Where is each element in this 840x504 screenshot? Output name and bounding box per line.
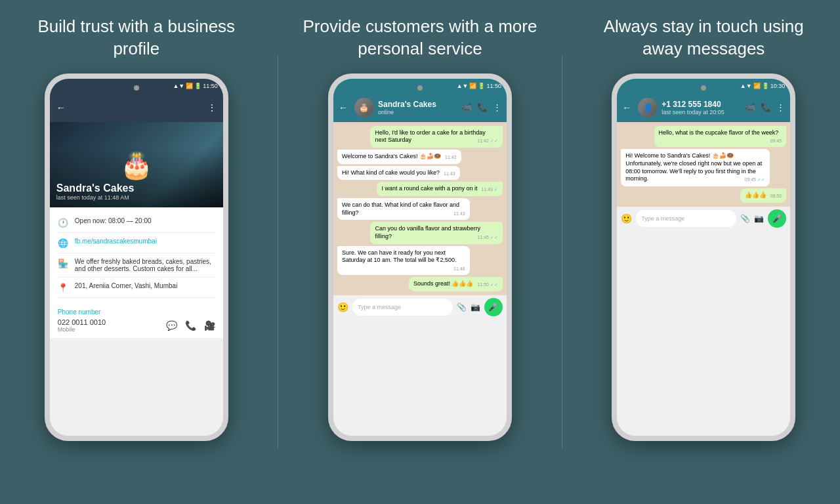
signal-icon-3: ▲▼	[740, 83, 752, 89]
divider-2	[562, 55, 562, 449]
phone-label: Phone number	[58, 308, 215, 316]
back-icon-2[interactable]: ←	[339, 102, 348, 113]
message-action-icon[interactable]: 💬	[166, 320, 177, 331]
call-action-icon[interactable]: 📞	[185, 320, 196, 331]
website-link[interactable]: fb.me/sandrascakesmumbai	[75, 238, 157, 245]
chat-header-3: ← 👤 +1 312 555 1840 last seen today at 2…	[617, 93, 790, 122]
more-icon-2[interactable]: ⋮	[493, 102, 501, 112]
business-name: Sandra's Cakes	[56, 182, 135, 194]
chat-header-2: ← 🎂 Sandra's Cakes online 📹 📞 ⋮	[333, 93, 507, 122]
mic-button-3[interactable]: 🎤	[768, 209, 786, 228]
msg-text-2-3: I want a round cake with a pony on it	[381, 185, 477, 192]
time-1: 11:50	[203, 83, 218, 89]
camera-icon-2[interactable]: 📷	[471, 303, 480, 312]
msg-text-2-7: Sounds great! 👍👍👍	[413, 280, 474, 287]
msg-2-1: Welcome to Sandra's Cakes! 🎂🍰🍩 11:42	[337, 150, 461, 164]
emoji-icon-3[interactable]: 🙂	[621, 213, 632, 224]
battery-icon-2: 🔋	[478, 83, 485, 89]
status-bar-3: ▲▼ 📶 🔋 10:30	[617, 79, 790, 93]
msg-time-2-2: 11:43	[444, 171, 455, 177]
chat-info-2: Sandra's Cakes online	[378, 100, 457, 116]
wifi-icon: 📶	[186, 83, 193, 89]
last-seen-text: last seen today at 11:48 AM	[56, 194, 135, 201]
msg-time-2-4: 11:43	[453, 211, 465, 217]
signal-icon-2: ▲▼	[457, 83, 469, 89]
video-call-icon-3[interactable]: 📹	[745, 102, 755, 112]
camera-icon-3[interactable]: 📷	[754, 214, 764, 223]
chat-messages-2: Hello, I'd like to order a cake for a bi…	[333, 122, 507, 295]
wifi-icon-2: 📶	[469, 83, 476, 89]
emoji-icon-2[interactable]: 🙂	[337, 302, 348, 312]
battery-icon-3: 🔋	[762, 83, 769, 89]
profile-info-section: 🕐 Open now: 08:00 — 20:00 🌐 fb.me/sandra…	[50, 207, 223, 303]
location-icon: 📍	[58, 283, 68, 293]
msg-3-2: 👍👍👍 09:50	[740, 188, 787, 203]
voice-call-icon-3[interactable]: 📞	[761, 102, 771, 112]
phone-type: Mobile	[58, 326, 106, 333]
back-icon-3[interactable]: ←	[622, 102, 631, 113]
chat-input-bar-2: 🙂 Type a message 📎 📷 🎤	[333, 295, 507, 319]
check-2-5: ✓✓	[490, 235, 498, 240]
divider-1	[278, 55, 278, 449]
time-3: 10:30	[770, 83, 786, 89]
status-icons-2: ▲▼ 📶 🔋 11:50	[457, 83, 501, 89]
chat-info-3: +1 312 555 1840 last seen today at 20:05	[662, 100, 741, 116]
chat-avatar-3: 👤	[638, 98, 658, 117]
voice-call-icon-2[interactable]: 📞	[477, 102, 488, 112]
msg-text-2-6: Sure. We can have it ready for you next …	[342, 249, 456, 264]
panel2-title: Provide customers with a more personal s…	[289, 16, 551, 60]
msg-time-2-1: 11:42	[445, 154, 457, 160]
chat-name-3: +1 312 555 1840	[662, 100, 741, 109]
chat-status-3: last seen today at 20:05	[662, 109, 741, 116]
mic-icon-3: 🎤	[772, 214, 782, 223]
description-text: We offer freshly baked breads, cakes, pa…	[75, 258, 215, 272]
video-action-icon[interactable]: 🎥	[204, 320, 215, 331]
panel-personal-service: Provide customers with a more personal s…	[289, 0, 551, 504]
business-name-overlay: Sandra's Cakes last seen today at 11:48 …	[56, 182, 135, 201]
phone2: ▲▼ 📶 🔋 11:50 ← 🎂 Sandra's Cakes online 📹…	[328, 74, 512, 441]
mic-icon-2: 🎤	[488, 303, 498, 312]
msg-text-2-5: Can you do vanilla flavor and strawberry…	[375, 225, 480, 240]
phone3: ▲▼ 📶 🔋 10:30 ← 👤 +1 312 555 1840 last se…	[612, 74, 795, 441]
avatar-img-3: 👤	[638, 98, 658, 117]
address-text: 201, Areniia Corner, Vashi, Mumbai	[75, 282, 178, 289]
message-input-3[interactable]: Type a message	[636, 210, 736, 227]
msg-text-2-4: We can do that. What kind of cake flavor…	[342, 201, 459, 216]
phone-details: 022 0011 0010 Mobile	[58, 318, 106, 333]
panel-away-messages: Always stay in touch using away messages…	[572, 0, 835, 504]
check-3-1: ✓✓	[757, 177, 765, 182]
phone-number-row: 022 0011 0010 Mobile 💬 📞 🎥	[58, 318, 215, 333]
back-icon[interactable]: ←	[56, 102, 66, 113]
chat-header-icons-2: 📹 📞 ⋮	[461, 102, 501, 112]
chat-messages-3: Hello, what is the cupcake flavor of the…	[617, 122, 790, 207]
more-icon[interactable]: ⋮	[207, 102, 217, 113]
video-call-icon-2[interactable]: 📹	[461, 102, 472, 112]
profile-header: ← ⋮	[50, 93, 223, 122]
mic-button-2[interactable]: 🎤	[484, 298, 503, 316]
msg-time-2-0: 11:42 ✓✓	[478, 138, 498, 144]
hours-text: Open now: 08:00 — 20:00	[75, 217, 152, 224]
msg-time-3-0: 09:45	[770, 138, 782, 144]
chat-name-2: Sandra's Cakes	[378, 100, 457, 109]
chat-status-2: online	[378, 109, 457, 116]
msg-text-3-0: Hello, what is the cupcake flavor of the…	[659, 129, 779, 136]
msg-time-2-5: 11:45 ✓✓	[478, 234, 498, 240]
msg-text-3-2: 👍👍👍	[745, 192, 766, 198]
status-icons-3: ▲▼ 📶 🔋 10:30	[740, 83, 785, 89]
phone-number-section: Phone number 022 0011 0010 Mobile 💬 📞 🎥	[50, 303, 223, 338]
msg-2-4: We can do that. What kind of cake flavor…	[337, 198, 470, 220]
msg-text-3-1: Hi! Welcome to Sandra's Cakes! 🎂🍰🍩 Unfor…	[625, 152, 762, 182]
attachment-icon-2[interactable]: 📎	[457, 303, 467, 312]
msg-time-3-2: 09:50	[770, 193, 782, 199]
more-icon-3[interactable]: ⋮	[776, 102, 785, 112]
attachment-icon-3[interactable]: 📎	[740, 214, 750, 223]
message-input-2[interactable]: Type a message	[352, 299, 453, 316]
hours-row: 🕐 Open now: 08:00 — 20:00	[58, 213, 215, 233]
msg-text-2-0: Hello, I'd like to order a cake for a bi…	[375, 129, 485, 144]
address-row: 📍 201, Areniia Corner, Vashi, Mumbai	[58, 278, 215, 298]
chat-avatar-2: 🎂	[354, 98, 374, 117]
cake-decoration: 🎂	[120, 149, 153, 180]
status-bar-2: ▲▼ 📶 🔋 11:50	[333, 79, 507, 93]
check-2-0: ✓✓	[490, 138, 498, 143]
input-placeholder-3: Type a message	[641, 215, 684, 222]
